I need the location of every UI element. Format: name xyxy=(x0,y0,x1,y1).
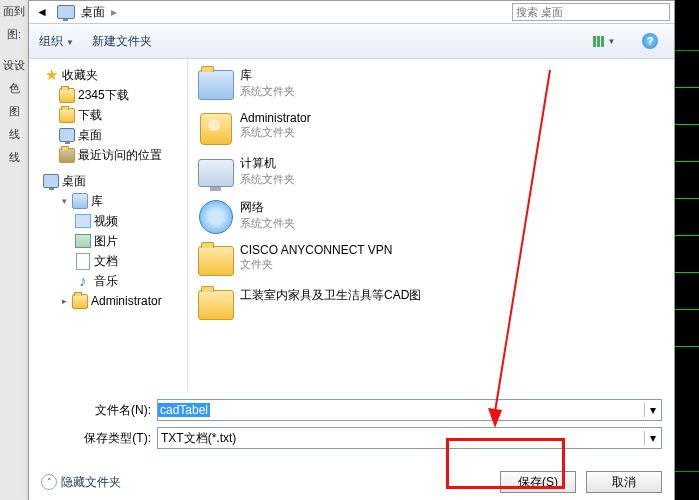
folder-icon xyxy=(198,287,234,323)
nav-fav-recent[interactable]: 最近访问的位置 xyxy=(35,145,181,165)
music-icon: ♪ xyxy=(75,273,91,289)
filename-field[interactable]: cadTabel ▾ xyxy=(157,399,662,421)
chevron-right-icon[interactable]: ▸ xyxy=(111,5,117,19)
dialog-footer: ˄ 隐藏文件夹 保存(S) 取消 xyxy=(29,461,674,500)
user-folder-icon xyxy=(198,111,234,147)
help-button[interactable]: ? xyxy=(636,30,664,52)
filename-value[interactable]: cadTabel xyxy=(158,403,210,417)
nav-fav-desktop[interactable]: 桌面 xyxy=(35,125,181,145)
savetype-dropdown[interactable]: ▾ xyxy=(644,431,661,445)
savetype-label: 保存类型(T): xyxy=(41,430,157,447)
nav-lib-videos[interactable]: 视频 xyxy=(35,211,181,231)
list-item[interactable]: 工装室内家具及卫生洁具等CAD图 xyxy=(192,285,670,325)
search-input[interactable] xyxy=(512,3,670,21)
nav-libraries[interactable]: ▾ 库 xyxy=(35,191,181,211)
background-app-left-panel: 面到图: 设设色 图线线 xyxy=(0,0,29,500)
toolbar: 组织▼ 新建文件夹 ▼ ? xyxy=(29,24,674,59)
file-list[interactable]: 库系统文件夹 Administrator系统文件夹 计算机系统文件夹 网络系统文… xyxy=(188,59,674,391)
expand-icon[interactable]: ▸ xyxy=(59,296,69,306)
save-button[interactable]: 保存(S) xyxy=(500,471,576,493)
libraries-icon xyxy=(198,67,234,103)
computer-icon xyxy=(198,155,234,191)
star-icon: ★ xyxy=(43,67,59,83)
organize-button[interactable]: 组织▼ xyxy=(39,33,74,50)
list-item[interactable]: Administrator系统文件夹 xyxy=(192,109,670,149)
list-item[interactable]: 库系统文件夹 xyxy=(192,65,670,105)
cancel-button[interactable]: 取消 xyxy=(586,471,662,493)
nav-favorites[interactable]: ★ 收藏夹 xyxy=(35,65,181,85)
nav-lib-pictures[interactable]: 图片 xyxy=(35,231,181,251)
save-dialog: ◄ 桌面 ▸ 组织▼ 新建文件夹 ▼ ? ★ 收藏夹 2345下载 下载 桌面 … xyxy=(28,0,675,500)
desktop-icon xyxy=(57,4,75,20)
nav-desktop[interactable]: 桌面 xyxy=(35,171,181,191)
nav-lib-documents[interactable]: 文档 xyxy=(35,251,181,271)
collapse-icon[interactable]: ▾ xyxy=(59,196,69,206)
filename-dropdown[interactable]: ▾ xyxy=(644,403,661,417)
filename-input[interactable] xyxy=(210,401,644,419)
back-button[interactable]: ◄ xyxy=(33,4,51,20)
savetype-value: TXT文档(*.txt) xyxy=(158,430,239,447)
address-bar: ◄ 桌面 ▸ xyxy=(29,1,674,24)
nav-fav-downloads[interactable]: 下载 xyxy=(35,105,181,125)
network-icon xyxy=(198,199,234,235)
folder-icon xyxy=(198,243,234,279)
chevron-up-icon: ˄ xyxy=(41,474,57,490)
breadcrumb-location[interactable]: 桌面 xyxy=(81,4,105,21)
save-form: 文件名(N): cadTabel ▾ 保存类型(T): TXT文档(*.txt)… xyxy=(29,391,674,461)
list-item[interactable]: 计算机系统文件夹 xyxy=(192,153,670,193)
savetype-field[interactable]: TXT文档(*.txt) ▾ xyxy=(157,427,662,449)
new-folder-button[interactable]: 新建文件夹 xyxy=(92,33,152,50)
nav-fav-2345[interactable]: 2345下载 xyxy=(35,85,181,105)
list-item[interactable]: CISCO ANYCONNECT VPN文件夹 xyxy=(192,241,670,281)
nav-tree: ★ 收藏夹 2345下载 下载 桌面 最近访问的位置 桌面 ▾ 库 视频 xyxy=(29,59,188,391)
nav-administrator[interactable]: ▸ Administrator xyxy=(35,291,181,311)
hide-folders-toggle[interactable]: ˄ 隐藏文件夹 xyxy=(41,474,121,491)
view-options-button[interactable]: ▼ xyxy=(590,30,618,52)
nav-lib-music[interactable]: ♪音乐 xyxy=(35,271,181,291)
filename-label: 文件名(N): xyxy=(41,402,157,419)
list-item[interactable]: 网络系统文件夹 xyxy=(192,197,670,237)
